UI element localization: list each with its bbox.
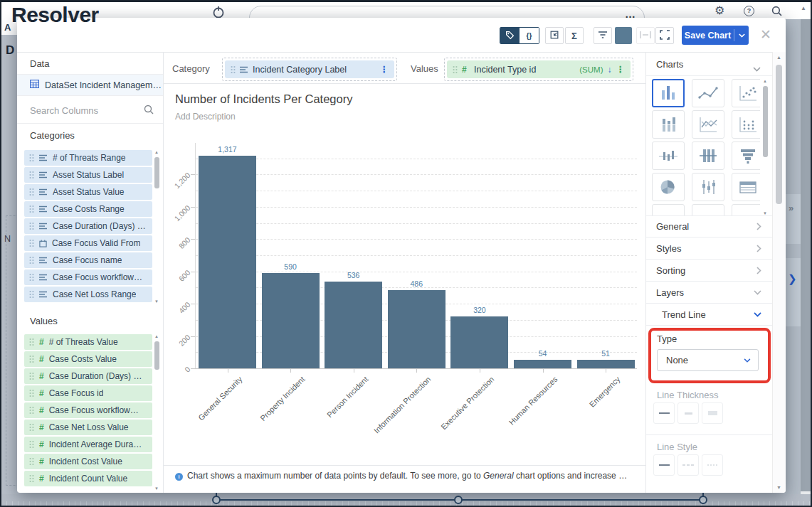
timeline-handle[interactable] <box>454 496 463 504</box>
timeline-handle[interactable] <box>212 496 221 504</box>
style-dotted-button[interactable] <box>702 454 723 476</box>
chart-type-table[interactable] <box>732 173 760 201</box>
drag-handle-icon[interactable] <box>29 222 34 230</box>
filter-button[interactable] <box>594 27 612 44</box>
thickness-thick-button[interactable] <box>702 402 723 424</box>
drag-handle-icon[interactable] <box>29 154 34 162</box>
charts-header[interactable]: Charts <box>656 59 683 70</box>
chevron-down-icon[interactable] <box>753 62 761 75</box>
sidebar-field-item[interactable]: #Case Costs Value <box>24 351 152 367</box>
drag-handle-icon[interactable] <box>453 65 458 74</box>
chart-title[interactable]: Number of Incidents Per Category <box>175 92 352 106</box>
sidebar-field-item[interactable]: Case Focus name <box>24 252 152 268</box>
drag-handle-icon[interactable] <box>29 355 34 363</box>
drag-handle-icon[interactable] <box>29 338 34 346</box>
bar-width-button[interactable] <box>636 27 655 44</box>
chart-type-cell[interactable] <box>732 204 760 215</box>
sidebar-field-item[interactable]: Case Focus Valid From <box>24 235 152 251</box>
sidebar-field-item[interactable]: #Incident Cost Value <box>24 454 152 469</box>
chart-type-cell[interactable] <box>652 204 685 215</box>
chart-type-dot-column[interactable] <box>732 110 760 139</box>
section-sorting[interactable]: Sorting <box>646 260 772 282</box>
add-description-placeholder[interactable]: Add Description <box>175 112 236 122</box>
scrollbar-thumb[interactable] <box>776 65 782 204</box>
drag-handle-icon[interactable] <box>29 457 34 466</box>
drag-handle-icon[interactable] <box>231 65 236 74</box>
sidebar-field-item[interactable]: Asset Status Label <box>24 167 152 183</box>
collapse-panel-icon[interactable]: » <box>789 203 793 213</box>
scroll-up-icon[interactable]: ▲ <box>776 55 781 60</box>
tag-toggle-button[interactable] <box>500 28 520 43</box>
chevron-right-icon[interactable] <box>756 223 761 230</box>
color-swatch-button[interactable] <box>615 27 632 44</box>
chart-type-line[interactable] <box>692 79 724 107</box>
chart-type-boxplot[interactable] <box>692 173 724 201</box>
chart-type-column-line[interactable] <box>692 142 724 170</box>
panel-scrollbar[interactable]: ▲ ▼ <box>772 52 786 493</box>
search-columns-input[interactable] <box>30 103 137 117</box>
gear-icon[interactable]: ⚙ <box>715 4 724 17</box>
drag-handle-icon[interactable] <box>29 389 34 397</box>
chevron-down-icon[interactable] <box>754 290 761 295</box>
section-styles[interactable]: Styles <box>646 238 772 260</box>
chart-type-scatter[interactable] <box>732 79 760 107</box>
chart-type-stacked-bar[interactable] <box>652 110 685 139</box>
drag-handle-icon[interactable] <box>29 205 34 213</box>
timeline-handle[interactable] <box>699 496 707 504</box>
chart-type-bar[interactable] <box>652 79 685 107</box>
scroll-down-icon[interactable]: ▼ <box>154 486 159 491</box>
chart-type-multi-line[interactable] <box>692 110 724 139</box>
save-chart-button[interactable]: Save Chart <box>682 26 749 45</box>
thickness-thin-button[interactable] <box>653 402 675 424</box>
sum-button[interactable]: Σ <box>565 27 584 44</box>
thickness-medium-button[interactable] <box>677 402 699 424</box>
expand-panel-icon[interactable]: ❯ <box>788 272 797 285</box>
sidebar-field-item[interactable]: ## of Threats Value <box>24 334 152 350</box>
drag-handle-icon[interactable] <box>29 239 34 247</box>
sidebar-field-item[interactable]: Case Duration (Days) … <box>24 218 152 234</box>
drag-handle-icon[interactable] <box>29 171 34 179</box>
sidebar-field-item[interactable]: Case Costs Range <box>24 201 152 217</box>
chevron-down-icon[interactable] <box>754 312 761 317</box>
braces-toggle-button[interactable]: {} <box>520 28 539 43</box>
scroll-down-icon[interactable]: ▼ <box>776 485 781 490</box>
sidebar-field-item[interactable]: #Case Focus id <box>24 385 152 401</box>
drill-down-button[interactable] <box>545 27 564 44</box>
style-dashed-button[interactable] <box>677 454 699 476</box>
sidebar-field-item[interactable]: #Incident Average Dura… <box>24 437 152 452</box>
chart-type-cell[interactable] <box>692 204 724 215</box>
drag-handle-icon[interactable] <box>29 273 34 282</box>
drag-handle-icon[interactable] <box>29 474 34 483</box>
fullscreen-button[interactable] <box>655 27 674 44</box>
chevron-right-icon[interactable] <box>756 245 761 252</box>
sidebar-field-item[interactable]: Case Net Loss Range <box>24 287 152 302</box>
drag-handle-icon[interactable] <box>29 440 34 449</box>
values-drop-slot[interactable]: # Incident Type id (SUM) ↓ ⋮ <box>444 58 633 81</box>
style-solid-button[interactable] <box>653 454 675 476</box>
scroll-up-icon[interactable]: ▲ <box>763 79 767 83</box>
chart-type-funnel[interactable] <box>732 142 760 170</box>
chart-grid-scrollbar[interactable]: ▲ ▼ <box>762 79 769 215</box>
sidebar-field-item[interactable]: Asset Status Value <box>24 184 152 200</box>
chart-type-pie[interactable] <box>652 173 685 201</box>
drag-handle-icon[interactable] <box>29 372 34 380</box>
values-field-pill[interactable]: # Incident Type id (SUM) ↓ ⋮ <box>447 60 631 78</box>
kebab-menu-icon[interactable]: ⋮ <box>380 64 389 75</box>
search-icon[interactable] <box>144 105 154 117</box>
drag-handle-icon[interactable] <box>29 188 34 196</box>
right-rail-scroll-track[interactable] <box>801 19 812 507</box>
category-drop-slot[interactable]: Incident Category Label ⋮ <box>222 58 397 81</box>
sidebar-field-item[interactable]: #Case Net Loss Value <box>24 420 152 435</box>
dataset-item[interactable]: DataSet Incident Managem… <box>17 75 164 96</box>
chevron-right-icon[interactable] <box>756 267 761 274</box>
section-general[interactable]: General <box>646 215 772 238</box>
sidebar-field-item[interactable]: Case Focus workflow… <box>24 269 152 285</box>
sidebar-field-item[interactable]: #Case Focus workflow… <box>24 402 152 418</box>
kebab-menu-icon[interactable]: ⋮ <box>616 64 626 75</box>
drag-handle-icon[interactable] <box>29 290 34 299</box>
section-layers[interactable]: Layers <box>646 282 772 304</box>
sort-descending-icon[interactable]: ↓ <box>608 65 612 75</box>
category-field-pill[interactable]: Incident Category Label ⋮ <box>225 60 394 78</box>
sidebar-field-item[interactable]: #Case Duration (Days) … <box>24 368 152 384</box>
drag-handle-icon[interactable] <box>29 423 34 432</box>
